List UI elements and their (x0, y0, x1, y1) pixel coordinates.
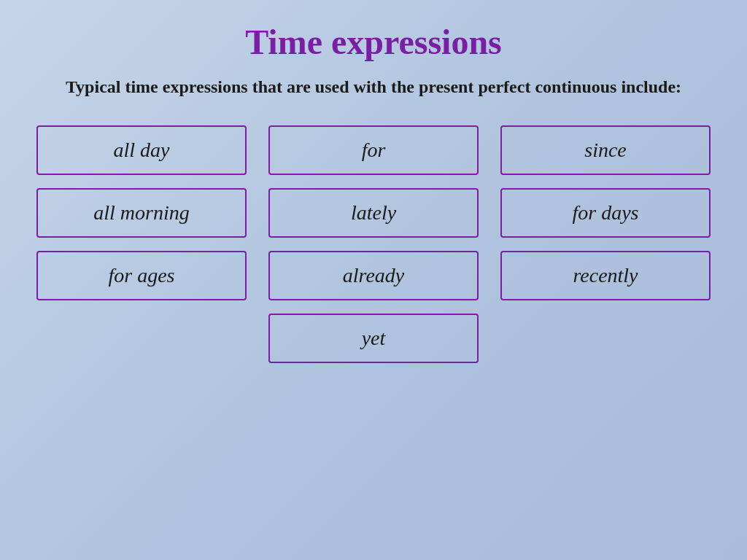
label-lately: lately (351, 201, 396, 225)
label-all-day: all day (114, 139, 170, 162)
card-for: for (268, 125, 479, 175)
label-for: for (362, 139, 386, 162)
label-recently: recently (573, 264, 638, 287)
card-all-morning: all morning (36, 188, 247, 238)
label-for-ages: for ages (109, 264, 175, 287)
card-already: already (268, 251, 479, 300)
label-already: already (343, 264, 405, 287)
card-for-ages: for ages (36, 251, 247, 300)
page-title: Time expressions (245, 22, 502, 62)
card-yet: yet (268, 314, 479, 363)
card-lately: lately (268, 188, 479, 238)
label-since: since (584, 139, 627, 162)
card-recently: recently (500, 251, 711, 300)
card-for-days: for days (500, 188, 711, 238)
label-all-morning: all morning (93, 201, 189, 225)
expressions-grid: all day for since all morning lately for… (36, 125, 711, 363)
card-all-day: all day (36, 125, 247, 175)
label-yet: yet (362, 327, 386, 350)
page: Time expressions Typical time expression… (0, 0, 747, 560)
card-since: since (500, 125, 711, 175)
subtitle: Typical time expressions that are used w… (66, 75, 681, 100)
label-for-days: for days (573, 201, 639, 225)
